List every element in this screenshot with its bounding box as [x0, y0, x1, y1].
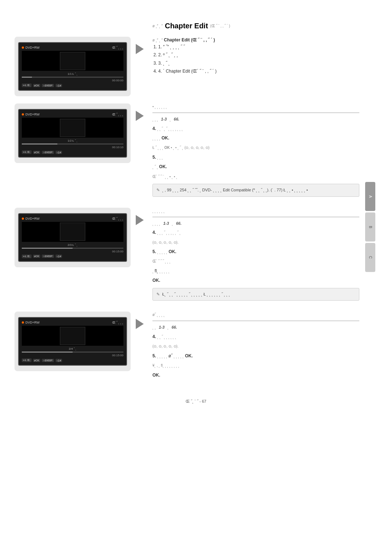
arrow-1 [131, 37, 149, 54]
s3-yenfl: ¥˛ , ˛ fl˛ ˛ ˛ ˛ ˛ ˛ ˛ ˛ [152, 362, 359, 369]
ctrl-s1-1: ⇐Ł Œ. [22, 150, 32, 154]
device-label-3: 2/3 Ł ˝ ˛ [22, 243, 123, 247]
device-header-4: DVD+RW Œ ˝ ˛ ˛ ˛ [22, 321, 123, 324]
ctrl-s2-3: ∩ØÆBP. [42, 255, 54, 258]
s3-right-content: ø˝ ˛ ˛ ˛ ˛ ˛ ¸ 1-3 ˛ 66. 4. ˛ ˛ ˝ ˛ ˛ ˛ … [149, 312, 363, 381]
device-time-2: 00:10:10 [22, 146, 123, 149]
s2-ok1: OK. [168, 249, 176, 254]
ctrl-s3-2: øOK [33, 359, 40, 362]
device-time-4: 00:15:00 [22, 354, 123, 357]
section2-row: DVD+RW Œ ˝ ˛ ˛ ˛ 2/3 Ł ˝ ˛ 00:15:00 [15, 208, 363, 305]
device-progress-3 [22, 248, 123, 249]
device-progress-bar-4 [22, 352, 73, 353]
ctrl-4: –∫¡ø [56, 84, 62, 87]
ctrl-s1-2: øOK [33, 151, 40, 154]
s3-ref: 1-3 [159, 324, 164, 331]
s1-step5-label: 5. [152, 155, 156, 160]
page-footer: Œ ˝¸ ¨ ˝ - 67 [15, 399, 377, 403]
s1-ok2-label: OK. [159, 164, 167, 169]
s3-step4-label: 4. [152, 334, 156, 339]
device-screen-area-3 [22, 222, 123, 242]
intro-step-4: 4. ´ Chapter Edit (Œ´ ˝ ¨ , , ˝ ´ ) [158, 68, 359, 75]
note2-text: Ł˛ ˝ ˛ ˛ ˝ ˛ ˛ ˛ ˛ ˛ ˝ ˛ ˛ ˛ ˛ ˛ Ł ˛ ˛ ˛… [162, 292, 230, 296]
page-title: Chapter Edit [165, 22, 208, 30]
device-progress-4 [22, 352, 123, 353]
s3-page: 66. [172, 324, 177, 331]
ctrl-3: ∩ØÆBP. [42, 84, 54, 87]
s1-step5: 5. ˛ ˛ ˛ [152, 154, 359, 161]
note1-text: ˛ , 99 ˛ ˛ ˛ 254 ˛ ˛ ˝ ˝˝. ˛ DVD- ˛ ˛ ˛ … [162, 188, 308, 192]
device-screen-3: DVD+RW Œ ˝ ˛ ˛ ˛ 2/3 Ł ˝ ˛ 00:15:00 [18, 213, 127, 262]
ctrl-1: ⇐Ł Œ. [22, 84, 32, 87]
sidebar-tab-3[interactable]: C [365, 243, 375, 272]
s3-ok2: OK. [152, 371, 359, 379]
s3-ok1: OK. [185, 353, 193, 358]
intro-text: ø ¸″ ˛ ″ Chapter Edit (Œ ˝ ¨ , , ˝ ´ ) 1… [152, 37, 359, 75]
section1-row: DVD+RW Œ ˝ ˛ ˛ ˛ 1/2 Ł ˝ ˛ 00:10:10 [15, 103, 363, 200]
arrow-4 [131, 312, 149, 329]
device-controls-3: ⇐Ł Œ. øOK ∩ØÆBP. –∫¡ø [22, 255, 123, 258]
ctrl-s2-2: øOK [33, 255, 40, 258]
s1-page: 66. [174, 116, 179, 123]
s2-page: 66. [176, 220, 181, 227]
sidebar-tab-2[interactable]: B [365, 212, 375, 241]
s3-step-content: ø˝ ˛ ˛ ˛ ˛ ˛ ¸ 1-3 ˛ 66. 4. ˛ ˛ ˝ ˛ ˛ ˛ … [152, 312, 359, 379]
title-suffix: (Œ ˝ ¨ , , ˝ ´ ) [210, 24, 230, 28]
arrow-right-4 [136, 319, 144, 329]
s2-ok2: OK. [152, 277, 359, 284]
s2-fl-text: fl˛ [155, 268, 158, 273]
device-progress-bar-2 [22, 143, 57, 145]
device-screen-inner-2 [60, 119, 85, 137]
s1-section-header: ˛ ¸ ˛ 1-3 ˛ 66. [152, 116, 359, 123]
s1-step4-label: 4. [152, 126, 156, 131]
s1-divider [152, 113, 359, 113]
right-sidebar: A B C [363, 37, 377, 388]
s2-ok2-label: OK. [152, 278, 160, 283]
device-controls-4: ⇐Ł Œ. øOK ∩ØÆBP. –∫¡ø [22, 358, 123, 362]
sidebar-tab-1-label: A [368, 195, 372, 198]
note-box-2: ✎ Ł˛ ˝ ˛ ˛ ˝ ˛ ˛ ˛ ˛ ˛ ˝ ˛ ˛ ˛ ˛ ˛ Ł ˛ ˛… [152, 288, 359, 301]
s1-header-deco: • ˛ ˛ ˛ ˛ ˛ ˛ [152, 103, 359, 110]
device-screen-area-2 [22, 118, 123, 138]
ctrl-s3-4: –∫¡ø [56, 359, 62, 362]
device-screen-area-4 [22, 326, 123, 346]
s1-ok-note: Ł ˝ ˛ ˛ ˛ OK • ˛ • ˛ ˝ ˛ (⊙, ⊙, ⊙, ⊙, ⊙) [152, 144, 359, 151]
s3-section-header: ˛ ¸ 1-3 ˛ 66. [152, 324, 359, 331]
s2-step5-label: 5. [152, 249, 156, 254]
s3-step4: 4. ˛ ˛ ˝ ˛ ˛ ˛ ˛ ˛ ˛ [152, 333, 359, 340]
brand-dot-3 [22, 218, 24, 220]
intro-steps: 1. ″ ˝″ ˛ ¸ ¸ ˛ ˝ ˝ 2. º ˝ ˛ ˝ ¸ ¸ 3. ˛ … [152, 44, 359, 75]
device-label-2: 1/2 Ł ˝ ˛ [22, 139, 123, 142]
title-area: ø ¸″ ˛ ″ Chapter Edit (Œ ˝ ¨ , , ˝ ´ ) [15, 22, 377, 30]
content-wrapper: DVD+RW Œ ˝ ˛ ˛ ˛ 1/1 Ł ˝ ˛ 00:00:00 [15, 37, 377, 388]
s2-section-header: ˛ ¸ ˛ ˛ 1-3 ˛ 66. [152, 220, 359, 227]
brand-dot-4 [22, 321, 24, 324]
device-screen-4: DVD+RW Œ ˝ ˛ ˛ ˛ 2/4 ˝ ˛ 00:15:00 [18, 317, 127, 366]
footer-text: Œ ˝¸ ¨ ˝ - 67 [186, 399, 207, 403]
device-brand-4: DVD+RW [22, 321, 40, 324]
s2-divider [152, 217, 359, 217]
device-controls-1: ⇐Ł Œ. øOK ∩ØÆBP. –∫¡ø [22, 84, 123, 87]
device-progress-2 [22, 143, 123, 145]
s2-ref: 1-3 [163, 220, 169, 227]
ctrl-s1-4: –∫¡ø [56, 151, 62, 154]
s3-header-deco: ø˝ ˛ ˛ ˛ ˛ [152, 312, 359, 318]
s2-step4: 4. ˛ ˛ ˛ ˝ ˛ ˛ ¸ ˛ ˛ ˝ ˛ [152, 229, 359, 236]
device-time-3: 00:15:00 [22, 250, 123, 253]
s2-step-content: ˛ ˛ ˛ ˛ ˛ ˛ ˛ ¸ ˛ ˛ 1-3 ˛ 66. 4. ˛ ˛ ˛ ˝… [152, 208, 359, 284]
s2-right-content: ˛ ˛ ˛ ˛ ˛ ˛ ˛ ¸ ˛ ˛ 1-3 ˛ 66. 4. ˛ ˛ ˛ ˝… [149, 208, 363, 305]
device-brand-1: DVD+RW [22, 46, 40, 49]
device-header-3: DVD+RW Œ ˝ ˛ ˛ ˛ [22, 217, 123, 220]
device-brand-3: DVD+RW [22, 217, 40, 220]
ctrl-s3-3: ∩ØÆBP. [42, 359, 54, 362]
device-screen-1: DVD+RW Œ ˝ ˛ ˛ ˛ 1/1 Ł ˝ ˛ 00:00:00 [18, 42, 127, 91]
sidebar-tab-1[interactable]: A [365, 182, 375, 211]
device-title-4: Œ ˝ ˛ ˛ ˛ [112, 321, 123, 324]
s3-ok2-label: OK. [152, 373, 160, 378]
device-screen-2: DVD+RW Œ ˝ ˛ ˛ ˛ 1/2 Ł ˝ ˛ 00:10:10 [18, 109, 127, 158]
s1-ok2: ˛ ˝ ˛ OK. [152, 163, 359, 170]
arrow-3 [131, 208, 149, 225]
sidebar-tab-2-label: B [368, 226, 372, 228]
s2-header-deco: ˛ ˛ ˛ ˛ ˛ ˛ [152, 208, 359, 214]
device-title-2: Œ ˝ ˛ ˛ ˛ [112, 113, 123, 116]
